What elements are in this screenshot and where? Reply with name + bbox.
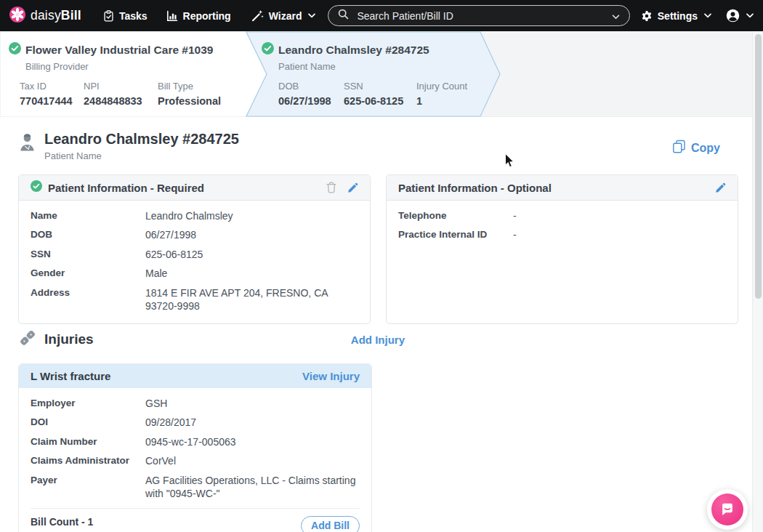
injury-card: L Wrist fracture View Injury EmployerGSH… [18, 363, 372, 532]
provider-subtitle: Billing Provider [25, 61, 89, 72]
nav-wizard-label: Wizard [269, 10, 302, 22]
search-icon [338, 9, 349, 23]
field-row: NameLeandro Chalmsley [31, 206, 358, 225]
field-row: Address1814 E FIR AVE APT 204, FRESNO, C… [31, 283, 358, 316]
copy-icon [672, 140, 686, 156]
brand-name: daisyBill [31, 8, 81, 23]
patient-stat: SSN 625-06-8125 [344, 81, 416, 107]
chevron-down-icon [308, 13, 315, 18]
edit-pencil-icon[interactable] [347, 182, 358, 193]
field-row: Telephone- [398, 206, 726, 225]
nav-settings-label: Settings [658, 10, 698, 22]
required-card-header: Patient Information - Required [19, 175, 370, 201]
gear-icon [641, 10, 653, 22]
add-injury-link[interactable]: Add Injury [351, 334, 405, 346]
copy-label: Copy [691, 142, 720, 155]
patient-subtitle: Patient Name [278, 61, 336, 72]
injuries-heading: Injuries [44, 331, 94, 347]
search-chevron-down-icon[interactable] [612, 9, 620, 23]
scrollbar-thumb[interactable] [755, 34, 762, 299]
nav-tasks[interactable]: Tasks [103, 10, 148, 22]
daisybill-logo[interactable]: daisyBill [9, 7, 81, 25]
nav-reporting[interactable]: Reporting [166, 10, 231, 22]
nav-reporting-label: Reporting [183, 10, 231, 22]
injury-card-footer: Bill Count - 1 View All Add Bill [31, 508, 360, 532]
top-nav-bar: daisyBill Tasks Reporting [0, 0, 763, 31]
provider-title: Flower Valley Industrial Care #1039 [25, 44, 213, 57]
delete-icon[interactable] [326, 182, 336, 193]
patient-info-optional-card: Patient Information - Optional Telephone… [386, 174, 738, 324]
nav-wizard[interactable]: Wizard [251, 9, 316, 22]
field-row: DOI09/28/2017 [31, 413, 360, 432]
check-circle-icon [9, 42, 21, 57]
field-row: GenderMale [31, 264, 358, 283]
nav-account-menu[interactable] [726, 9, 754, 23]
edit-pencil-icon[interactable] [715, 182, 726, 193]
add-bill-button[interactable]: Add Bill [301, 516, 360, 532]
provider-stat: NPI 2484848833 [84, 81, 158, 107]
field-row: SSN625-06-8125 [31, 245, 358, 264]
search-input[interactable] [355, 9, 605, 23]
patient-info-cards: Patient Information - Required NameLeand… [18, 174, 738, 324]
patient-stat: DOB 06/27/1998 [278, 81, 344, 107]
chevron-down-icon [704, 13, 711, 18]
patient-info-required-card: Patient Information - Required NameLeand… [18, 174, 371, 324]
tasks-clipboard-icon [103, 10, 114, 22]
chat-widget-button[interactable] [707, 489, 748, 530]
field-row: Claim Number0945-wc-17-005063 [31, 432, 360, 451]
injury-name: L Wrist fracture [31, 370, 110, 382]
field-row: EmployerGSH [31, 394, 360, 413]
page-subtitle: Patient Name [44, 150, 239, 161]
copy-button[interactable]: Copy [672, 140, 720, 156]
check-circle-icon [31, 180, 42, 195]
chevron-down-icon [746, 13, 754, 18]
nav-settings[interactable]: Settings [641, 10, 711, 22]
page-header: Leandro Chalmsley #284725 Patient Name [18, 131, 239, 161]
nav-tasks-label: Tasks [119, 10, 148, 22]
patient-title: Leandro Chalmsley #284725 [278, 44, 429, 57]
context-breadcrumb-band: Flower Valley Industrial Care #1039 Bill… [0, 31, 763, 117]
global-search-bar[interactable] [328, 5, 629, 26]
field-row: PayerAG Facilities Operations, LLC - Cla… [31, 471, 360, 504]
daisy-flower-icon [9, 7, 25, 25]
view-injury-link[interactable]: View Injury [302, 370, 360, 382]
page-title: Leandro Chalmsley #284725 [44, 131, 239, 148]
check-circle-icon [262, 42, 274, 57]
bandage-icon [18, 329, 37, 350]
bill-count-label: Bill Count - 1 [31, 516, 93, 528]
wizard-wand-icon [251, 9, 264, 22]
optional-card-title: Patient Information - Optional [398, 182, 552, 194]
reporting-chart-icon [166, 10, 178, 22]
required-card-title: Patient Information - Required [48, 182, 204, 194]
chat-bubble-icon [711, 493, 743, 525]
page-scrollbar[interactable] [752, 31, 763, 532]
provider-stat: Tax ID 770417444 [20, 81, 84, 107]
mouse-cursor [504, 153, 515, 172]
user-circle-icon [726, 9, 740, 23]
patient-person-icon [18, 132, 36, 156]
provider-stat: Bill Type Professional [158, 81, 221, 107]
field-row: Practice Internal ID- [398, 225, 726, 244]
optional-card-header: Patient Information - Optional [387, 175, 738, 201]
field-row: DOB06/27/1998 [31, 225, 358, 244]
injury-card-header: L Wrist fracture View Injury [19, 364, 371, 388]
injuries-section-header: Injuries Add Injury [18, 329, 405, 350]
patient-stat: Injury Count 1 [416, 81, 467, 107]
field-row: Claims AdministratorCorVel [31, 451, 360, 470]
